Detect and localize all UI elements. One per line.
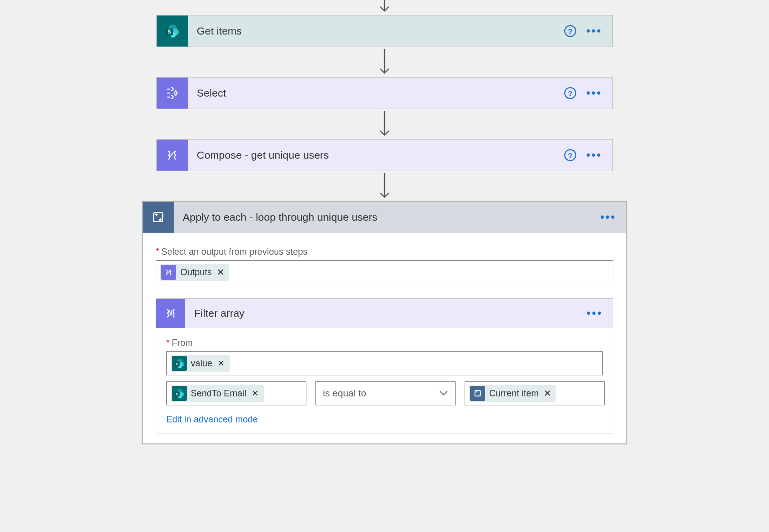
close-icon[interactable]: ✕ xyxy=(217,358,225,369)
token-current-item[interactable]: Current item ✕ xyxy=(469,385,556,402)
close-icon[interactable]: ✕ xyxy=(544,388,551,399)
step-select[interactable]: Select ? ••• xyxy=(156,77,613,109)
flow-arrow xyxy=(0,173,769,200)
sharepoint-icon: S xyxy=(157,16,188,47)
loop-icon xyxy=(143,202,174,233)
ellipsis-icon[interactable]: ••• xyxy=(586,26,602,37)
filter-icon xyxy=(156,299,185,328)
close-icon[interactable]: ✕ xyxy=(217,267,224,278)
output-input[interactable]: Outputs ✕ xyxy=(156,260,613,284)
token-label: SendTo Email xyxy=(191,388,246,399)
help-icon[interactable]: ? xyxy=(564,25,576,37)
step-title: Select xyxy=(188,87,564,99)
condition-operator[interactable]: is equal to xyxy=(315,381,456,405)
compose-icon xyxy=(161,265,176,280)
flow-arrow xyxy=(0,111,769,138)
token-label: Current item xyxy=(489,388,539,399)
svg-rect-1 xyxy=(475,391,481,396)
step-filter-array[interactable]: Filter array ••• *From S value xyxy=(156,298,613,433)
token-label: value xyxy=(191,358,212,369)
ellipsis-icon[interactable]: ••• xyxy=(586,88,602,99)
step-title: Apply to each - loop through unique user… xyxy=(174,211,600,223)
step-compose[interactable]: Compose - get unique users ? ••• xyxy=(156,139,613,171)
ellipsis-icon[interactable]: ••• xyxy=(586,150,602,161)
step-title: Get items xyxy=(188,25,564,37)
condition-row: S SendTo Email ✕ is equal to xyxy=(166,381,603,405)
ellipsis-icon[interactable]: ••• xyxy=(587,308,603,319)
select-icon xyxy=(157,78,188,109)
sharepoint-icon: S xyxy=(172,356,187,371)
step-title: Filter array xyxy=(185,307,587,319)
from-input[interactable]: S value ✕ xyxy=(166,351,603,375)
flow-arrow xyxy=(0,0,769,14)
output-label: *Select an output from previous steps xyxy=(156,247,613,257)
condition-right[interactable]: Current item ✕ xyxy=(465,381,605,405)
chevron-down-icon xyxy=(439,388,448,399)
token-sendto-email[interactable]: S SendTo Email ✕ xyxy=(171,385,264,402)
help-icon[interactable]: ? xyxy=(564,149,576,161)
svg-rect-0 xyxy=(154,213,163,222)
edit-advanced-link[interactable]: Edit in advanced mode xyxy=(166,414,258,425)
token-label: Outputs xyxy=(180,267,212,278)
condition-left[interactable]: S SendTo Email ✕ xyxy=(166,381,306,405)
help-icon[interactable]: ? xyxy=(564,87,576,99)
step-apply-to-each[interactable]: Apply to each - loop through unique user… xyxy=(142,201,627,444)
step-get-items[interactable]: S Get items ? ••• xyxy=(156,15,613,47)
sharepoint-icon: S xyxy=(172,386,187,401)
step-title: Compose - get unique users xyxy=(188,149,564,161)
close-icon[interactable]: ✕ xyxy=(251,388,259,399)
loop-icon xyxy=(470,386,485,401)
compose-icon xyxy=(157,140,188,171)
token-outputs[interactable]: Outputs ✕ xyxy=(160,264,229,281)
token-value[interactable]: S value ✕ xyxy=(171,355,230,372)
flow-arrow xyxy=(0,49,769,76)
from-label: *From xyxy=(166,338,603,348)
operator-label: is equal to xyxy=(323,388,366,399)
ellipsis-icon[interactable]: ••• xyxy=(600,212,616,223)
